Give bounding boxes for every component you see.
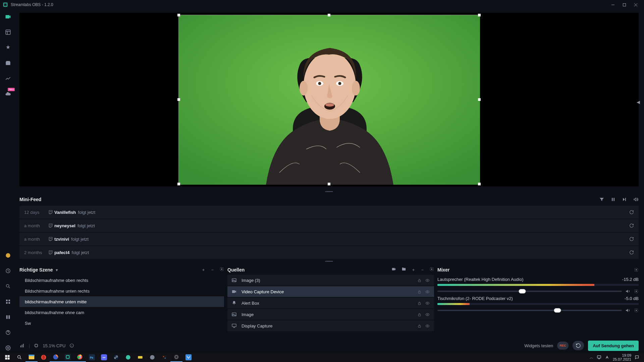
feed-skip-icon[interactable] [622,197,627,202]
bell-icon [231,300,238,306]
taskbar-app1-icon[interactable] [122,353,134,362]
taskbar-app2-icon[interactable] [134,353,146,362]
rail-notif-icon[interactable] [3,266,13,276]
source-eye-icon[interactable] [425,278,430,283]
source-eye-icon[interactable] [425,324,430,328]
feed-replay-icon[interactable] [629,237,634,241]
tray-monitor-icon[interactable] [597,355,601,360]
scene-item[interactable]: bildschirmaufnahme unten mitte [19,296,224,307]
feed-replay-icon[interactable] [629,210,634,215]
feed-pause-icon[interactable] [610,197,616,202]
rail-editor-icon[interactable] [3,12,13,21]
rail-cloud-icon[interactable]: Neu [3,89,13,99]
source-item[interactable]: Alert Box [227,298,434,308]
rail-settings-icon[interactable] [3,343,13,353]
collapse-right-icon[interactable]: ◀ [637,100,640,105]
feed-volume-icon[interactable] [633,197,639,202]
source-eye-icon[interactable] [425,290,430,294]
tray-notifications-icon[interactable] [635,355,639,360]
sources-camera-icon[interactable] [391,267,396,273]
scenes-add-icon[interactable]: ＋ [201,267,206,273]
source-item[interactable]: Video Capture Device [227,286,434,297]
replay-button[interactable] [573,341,584,350]
sources-settings-icon[interactable] [429,267,434,273]
source-lock-icon[interactable] [417,290,422,294]
taskbar-search-icon[interactable] [13,353,25,362]
mute-icon[interactable] [625,289,631,294]
source-lock-icon[interactable] [417,278,422,283]
feed-replay-icon[interactable] [629,250,634,255]
feed-filter-icon[interactable] [599,197,604,202]
maximize-button[interactable] [619,0,630,9]
rail-profile-icon[interactable] [3,251,13,260]
rail-dashboard-icon[interactable] [3,74,13,83]
vertical-resize-handle-2[interactable] [16,259,642,263]
taskbar-opera-icon[interactable] [38,353,50,362]
start-button[interactable] [1,353,13,362]
source-item[interactable]: Image [227,309,434,320]
taskbar-obs-icon[interactable] [170,353,182,362]
close-button[interactable] [630,0,641,9]
taskbar-firefox-icon[interactable] [50,353,62,362]
scenes-remove-icon[interactable]: － [210,267,215,273]
windows-taskbar[interactable]: Ps ︿ 19:09 25.07.2021 [0,353,644,362]
scene-item[interactable]: Bildschirmaufnahme oben rechts [19,275,224,286]
taskbar-steam-icon[interactable] [110,353,122,362]
mixer-slider[interactable] [437,291,622,292]
scene-item[interactable]: bildschirmaufnahme ohne cam [19,307,224,318]
tray-network-icon[interactable] [605,355,609,360]
source-item[interactable]: Image (3) [227,275,434,286]
svg-point-45 [636,291,637,292]
selected-source-bounds[interactable] [178,15,480,184]
feed-row: a month neyneysel folgt jetzt [19,219,639,232]
vertical-resize-handle[interactable] [16,190,642,193]
go-live-button[interactable]: Auf Sendung gehen [588,341,639,351]
mute-icon[interactable] [625,308,631,313]
sources-folder-icon[interactable] [401,267,407,273]
channel-settings-icon[interactable] [634,308,639,313]
taskbar-explorer-icon[interactable] [25,353,38,362]
source-lock-icon[interactable] [417,324,422,328]
taskbar-app3-icon[interactable] [146,353,158,362]
rail-help-icon[interactable] [3,328,13,337]
widgets-test-button[interactable]: Widgets testen [524,343,553,348]
source-lock-icon[interactable] [417,312,422,317]
scene-item[interactable]: Sw [19,318,224,328]
rail-grid-icon[interactable] [3,297,13,306]
scenes-settings-icon[interactable] [219,267,224,273]
taskbar-photoshop-icon[interactable]: Ps [86,353,98,362]
rail-studio-icon[interactable] [3,312,13,322]
rail-layouts-icon[interactable] [3,27,13,37]
taskbar-app4-icon[interactable] [158,353,170,362]
taskbar-app5-icon[interactable] [182,353,195,362]
chevron-down-icon[interactable]: ▾ [56,267,58,273]
taskbar-streamlabs-icon[interactable] [62,353,74,362]
source-eye-icon[interactable] [425,301,430,305]
source-eye-icon[interactable] [425,312,430,317]
rec-button[interactable]: REC [557,342,569,350]
system-tray[interactable]: ︿ 19:09 25.07.2021 [590,353,643,361]
rail-appstore-icon[interactable] [3,58,13,68]
svg-rect-8 [8,302,10,304]
rail-search-icon[interactable] [3,282,13,291]
sources-remove-icon[interactable]: － [420,267,425,273]
scene-item[interactable]: Bildschirmaufnahme unten rechts [19,286,224,296]
sources-add-icon[interactable]: ＋ [411,267,416,273]
taskbar-discord-icon[interactable] [98,353,110,362]
stats-icon[interactable] [19,343,25,348]
mixer-slider[interactable] [437,310,622,311]
mixer-settings-icon[interactable] [634,267,639,272]
source-item[interactable]: Display Capture [227,320,434,331]
info-icon[interactable] [69,343,74,348]
tray-chevron-icon[interactable]: ︿ [590,355,593,360]
source-lock-icon[interactable] [417,301,422,305]
minimize-button[interactable] [607,0,619,9]
taskbar-chrome-icon[interactable] [74,353,86,362]
rail-themes-icon[interactable] [3,43,13,52]
svg-rect-42 [418,325,421,327]
preview-canvas[interactable]: ◀ [19,13,639,186]
svg-point-71 [104,357,105,358]
channel-settings-icon[interactable] [634,289,639,294]
scenes-title[interactable]: Richtige Szene [19,267,53,273]
feed-replay-icon[interactable] [629,223,634,228]
